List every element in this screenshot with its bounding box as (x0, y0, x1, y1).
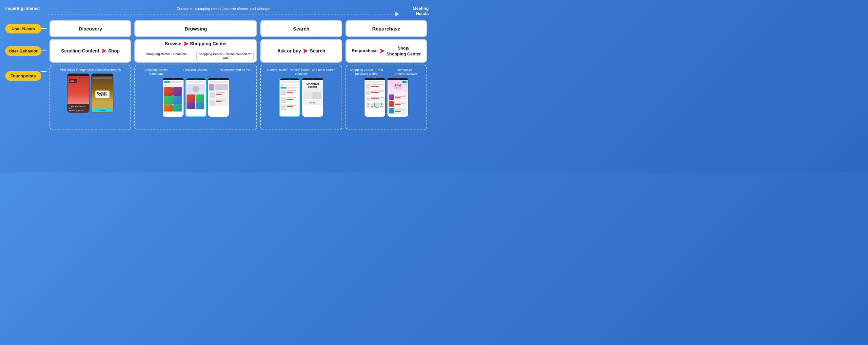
search-phones: 🔍 (263, 78, 339, 127)
search-behavior-box: Ask or buy ➤ Search (260, 39, 342, 63)
buy-button[interactable]: 立即购买 (92, 109, 112, 112)
search-bar-phone: 🔍 (163, 84, 183, 87)
touchpoints-sections: Visit shops through short videos/livestr… (48, 65, 429, 130)
nav-bar-channel (187, 81, 205, 83)
pp-l3 (371, 90, 384, 91)
browsing-label: Browsing (185, 26, 207, 31)
rec-model (209, 84, 214, 90)
phone-screen-coffee: 立即购买 MANNERCOFFEE (91, 76, 113, 113)
sr1-l2 (287, 92, 293, 93)
browsing-tp-col: Shopping Center homepage Featured Channe… (133, 65, 259, 130)
arrow-label: Consumer shopping needs become clearer a… (176, 6, 271, 10)
discovery-behav-inner: Scrolling Content ➤ Shop (61, 47, 120, 55)
rec-item2 (209, 99, 228, 106)
sr1 (280, 89, 299, 96)
search-behav-inner: Ask or buy ➤ Search (277, 47, 325, 55)
feed-bottom: 🛒 购物: 视频里的杯子点这里评价4558 已售4.2w+ (67, 104, 89, 113)
browsing-sub2: Shopping Center – Recommended for You (196, 51, 254, 62)
rec-item1-text (216, 92, 227, 98)
repurchase-behavior-col: Re-purchase ➤ Shop/ Shopping Center (344, 39, 429, 63)
discovery-behavior-main: Scrolling Content (61, 48, 99, 54)
user-behavior-pill: User Behavior (5, 46, 41, 56)
browsing-needs-box: Browsing (134, 20, 257, 37)
pp-l4 (371, 92, 379, 93)
pp-text1 (371, 84, 384, 89)
sp2-img (389, 101, 394, 107)
phone-recommended (208, 78, 229, 117)
sr3-text (287, 105, 298, 110)
search-bar-main: 🔍 (280, 84, 299, 86)
pp-tool2: ⭐收藏 (371, 103, 373, 107)
pp-l2 (371, 86, 379, 87)
manner-logo-mini: MANNERCOFFEE (95, 90, 110, 98)
search-needs-box: Search (260, 20, 342, 37)
product-item6 (173, 105, 182, 112)
browsing-behavior-box: Browse ➤ Shopping Center Shopping Center… (134, 39, 257, 63)
repurchase-behav-inner: Re-purchase ➤ Shop/ Shopping Center (352, 45, 421, 57)
browsing-tp-label3: Recommended for You (216, 68, 254, 76)
sp1-l1 (395, 96, 405, 97)
rec-banner (209, 84, 228, 91)
sr2-l1 (287, 97, 296, 98)
l3 (216, 100, 225, 101)
pp-l6 (371, 98, 379, 99)
meeting-text: Meeting Needs (413, 6, 429, 16)
sp3-img (389, 108, 394, 113)
user-needs-row: User Needs Discovery Browsing (5, 20, 429, 37)
sr2-l2 (287, 99, 293, 100)
nav-tab2 (175, 81, 179, 83)
search-results (280, 89, 299, 111)
inspiring-label: Inspiring Interest (5, 6, 48, 11)
pp-item2 (365, 90, 384, 96)
pp-tool-active: 🛒购物 (374, 103, 379, 108)
discovery-needs-box: Discovery (50, 20, 131, 37)
filter2 (292, 87, 297, 89)
showcase-banner: 关注 爱你信 品牌旗舰店 (388, 80, 408, 93)
filter-bar (280, 87, 299, 89)
progress-arrow: Consumer shopping needs become clearer a… (48, 6, 399, 17)
search-col: Search (259, 20, 344, 37)
product-item1 (163, 87, 173, 96)
repurchase-tp-label2: Homepage – Shop/Showcase (387, 68, 425, 76)
sp1-info (395, 96, 407, 98)
phone-coffee-shop: 立即购买 MANNERCOFFEE (91, 74, 114, 113)
phone-manner-search: MANNER B1B好咖 查看更多 (302, 78, 323, 117)
phone-homepage-showcase: 关注 爱你信 品牌旗舰店 (387, 78, 408, 117)
manner-text-mini: MANNERCOFFEE (97, 92, 107, 96)
sr2 (280, 97, 299, 103)
phone-screen-manner: MANNER B1B好咖 查看更多 (302, 80, 323, 117)
discovery-red-arrow: ➤ (101, 47, 106, 55)
discovery-phones: 🛒 购物: 视频里的杯子点这里评价4558 已售4.2w+ 泰菘千 (52, 74, 128, 127)
repurchase-red-arrow: ➤ (379, 47, 385, 55)
pp-item3 (365, 96, 384, 102)
connector-touchpoints (41, 71, 46, 72)
manner-products: 查看更多 (302, 91, 323, 106)
rec-prod-b (215, 87, 228, 90)
browsing-sub-boxes: Shopping Center – Channels Shopping Cent… (138, 51, 254, 62)
nav-tab1 (170, 81, 175, 83)
phone-screen-red: 🛒 购物: 视频里的杯子点这里评价4558 已售4.2w+ 泰菘千 (67, 76, 89, 113)
ch-prod1 (187, 94, 195, 102)
pp-toolbar: 🏠主页 ⭐收藏 🛒购物 👤我的 (365, 103, 384, 108)
discovery-col: Discovery (48, 20, 133, 37)
browsing-sub1: Shopping Center – Channels (138, 51, 195, 62)
mp-cta-text: 查看更多 (309, 102, 316, 104)
repurchase-phones: 🏠主页 ⭐收藏 🛒购物 👤我的 (348, 78, 425, 127)
phone-screen-channel (186, 80, 206, 116)
sp2 (388, 101, 407, 107)
product-item3 (163, 96, 173, 105)
ch-prod2 (196, 94, 205, 102)
dashed-line (48, 14, 395, 15)
discovery-behavior-box: Scrolling Content ➤ Shop (50, 39, 131, 63)
repurchase-tp-label1: Shopping Center – Post-purchase toolbar (348, 68, 386, 76)
phone-featured-channel (185, 78, 207, 117)
sp2-l2 (395, 104, 401, 105)
showcase-products (388, 93, 408, 115)
browsing-red-arrow: ➤ (183, 40, 188, 48)
connector-needs (41, 28, 46, 29)
discovery-behavior-col: Scrolling Content ➤ Shop (48, 39, 133, 63)
product-grid (163, 87, 183, 112)
ch-prod3 (187, 102, 195, 109)
browsing-tp-box: Shopping Center homepage Featured Channe… (134, 65, 257, 130)
user-needs-pill: User Needs (5, 24, 41, 33)
